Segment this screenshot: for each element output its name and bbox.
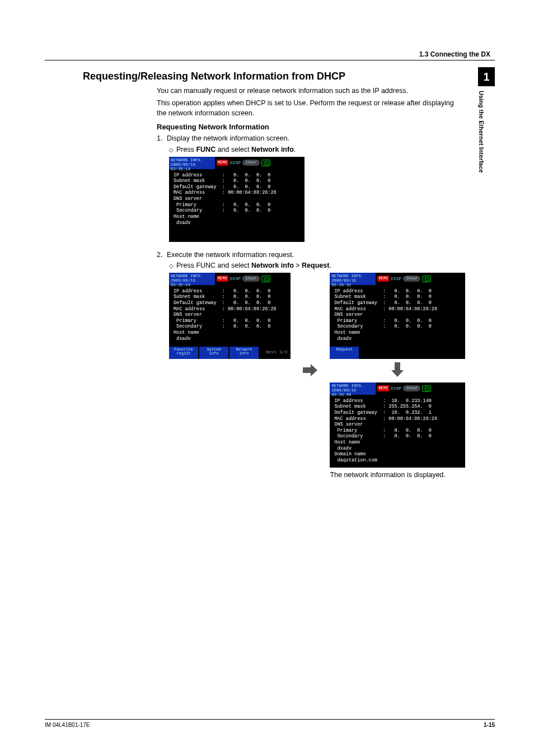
screen-body: IP address : 10. 0.233.140 Subnet mask :… [330, 395, 465, 468]
footer-right: 1-15 [484, 722, 495, 728]
step-1: 1.Display the network information screen… [157, 133, 461, 143]
svg-marker-0 [303, 364, 317, 376]
result-caption: The network information is displayed. [330, 471, 445, 479]
screen-timestamp: 2006/09/18 03:35:31 [331, 278, 374, 287]
diamond-icon: ◇ [169, 147, 174, 153]
diamond-icon: ◇ [169, 263, 174, 269]
screen-timestamp: 2006/09/18 03:35:49 [331, 388, 374, 397]
memo-badge[interactable]: MEMO [377, 385, 389, 391]
memo-badge[interactable]: MEMO [217, 160, 228, 166]
screen-title: NETWORK INFO. [331, 274, 374, 278]
arrow-right-icon [303, 364, 317, 376]
camera-icon[interactable] [261, 276, 270, 282]
screenshot-result: NETWORK INFO. 2006/09/18 03:35:49 MEMO D… [330, 382, 465, 468]
disp-label: DISP [391, 276, 401, 282]
softkey-request[interactable]: Request [330, 347, 359, 359]
subsection-title: Requesting Network Information [157, 123, 461, 131]
page-footer: IM 04L41B01-17E 1-15 [45, 719, 495, 728]
screen-timestamp: 2006/09/18 03:35:14 [171, 162, 213, 171]
memo-badge[interactable]: MEMO [377, 276, 389, 282]
screenshot-func-menu: NETWORK INFO. 2006/09/18 03:35:24 MEMO D… [169, 273, 291, 359]
step-2-substep: ◇Press FUNC and select Network info > Re… [157, 262, 461, 269]
softkey-favorite-regist[interactable]: Favorite regist [169, 347, 198, 359]
disp-label: DISP [230, 276, 241, 282]
softkey-network-info[interactable]: Network info [229, 347, 259, 359]
camera-icon[interactable] [422, 276, 431, 282]
step-1-substep: ◇Press FUNC and select Network info. [157, 146, 461, 153]
camera-icon[interactable] [422, 385, 431, 392]
screen-title: NETWORK INFO. [331, 384, 374, 388]
breadcrumb: 1.3 Connecting the DX [45, 50, 495, 60]
step-2-text: Execute the network information request. [167, 251, 294, 259]
intro-paragraph-2: This operation applies when DHCP is set … [157, 98, 461, 118]
screen-title: NETWORK INFO. [171, 274, 213, 278]
footer-left: IM 04L41B01-17E [45, 722, 90, 728]
screenshot-network-info-1: NETWORK INFO. 2006/09/18 03:35:14 MEMO D… [169, 157, 305, 242]
arrow-down-icon [330, 362, 465, 379]
step-2: 2.Execute the network information reques… [157, 250, 461, 260]
screen-body: IP address : 0. 0. 0. 0 Subnet mask : 0.… [169, 169, 305, 242]
time-pill[interactable]: 1hour [242, 276, 260, 282]
time-pill[interactable]: 1hour [403, 385, 420, 391]
screen-body: IP address : 0. 0. 0. 0 Subnet mask : 0.… [169, 285, 291, 347]
disp-label: DISP [391, 386, 401, 391]
camera-icon[interactable] [261, 160, 270, 166]
time-pill[interactable]: 1hour [403, 276, 420, 282]
screen-title: NETWORK INFO. [171, 158, 213, 162]
chapter-tab: 1 Using the Ethernet Interface [478, 67, 495, 213]
screenshot-request-menu: NETWORK INFO. 2006/09/18 03:35:31 MEMO D… [330, 273, 465, 359]
chapter-number: 1 [478, 67, 495, 86]
svg-marker-1 [391, 362, 404, 377]
screen-timestamp: 2006/09/18 03:35:24 [171, 278, 213, 287]
step-1-text: Display the network information screen. [167, 134, 289, 142]
softkey-system-info[interactable]: System info [199, 347, 228, 359]
chapter-label: Using the Ethernet Interface [478, 86, 485, 209]
section-title: Requesting/Releasing Network Information… [45, 71, 495, 82]
disp-label: DISP [230, 160, 241, 166]
intro-paragraph-1: You can manually request or release netw… [157, 86, 461, 96]
memo-badge[interactable]: MEMO [217, 276, 228, 282]
screen-body: IP address : 0. 0. 0. 0 Subnet mask : 0.… [330, 285, 465, 347]
softkey-next[interactable]: Next 3/3 [264, 349, 289, 356]
time-pill[interactable]: 1hour [242, 160, 260, 166]
